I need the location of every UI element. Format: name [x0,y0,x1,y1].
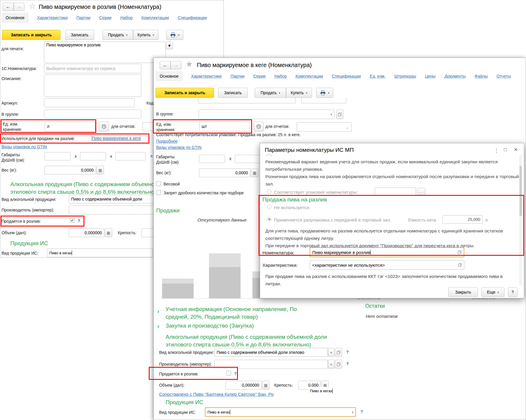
save-button[interactable]: Записать [65,30,94,40]
characteristic-input[interactable]: <характеристики не используются> [310,260,464,270]
alcohol-section-header[interactable]: Алкогольная продукция (Пиво с содержание… [10,180,172,196]
weight-input[interactable]: 0,0000 [45,166,96,175]
matches-pack-ellipsis-button[interactable]: ... [417,188,425,196]
group-combobox[interactable]: ▾ [199,110,334,119]
back-button[interactable]: ← [3,3,14,11]
maximize-icon[interactable]: □ [504,147,507,153]
print-button[interactable]: ▾ [166,30,183,40]
sold-on-tap-checkbox[interactable] [226,371,231,375]
is-type-input[interactable]: Пиво в кегах [47,248,153,257]
weight-calc-button[interactable]: ▦ [251,168,258,177]
nom1c-input[interactable]: Выберите номенклатуру из сервиса [44,64,141,73]
tab-характеристики[interactable]: Характеристики [190,71,222,81]
volume-calc-button[interactable]: ▦ [105,228,112,237]
tab-спецификации[interactable]: Спецификации [177,13,208,23]
by-weight-checkbox[interactable] [156,181,161,186]
tab-комплектации[interactable]: Комплектации [141,13,169,23]
buy-button[interactable]: Купить ▾ [133,30,159,40]
is-type-combobox[interactable]: Пиво в кегах ▾ [205,407,356,417]
scrollbar-thumb[interactable] [520,166,522,216]
help-icon[interactable]: ? [360,409,363,414]
base-unit-input[interactable]: л [45,121,95,131]
print-name-textarea[interactable]: Пиво маркируемое в розлив [44,42,166,63]
for-reports-input[interactable]: ... [297,122,352,132]
help-icon[interactable]: ? [346,350,349,354]
dialog-scrollbar[interactable] [519,155,522,285]
group-input[interactable] [44,110,141,118]
tab-характеристики[interactable]: Характеристики [36,13,68,23]
is-products-section-header[interactable]: Продукция ИС [166,399,203,406]
chevron-right-icon[interactable]: › [157,323,159,329]
alcohol-type-combobox[interactable]: Пиво с содержанием объемной доли этилово [214,348,328,357]
tab-партии[interactable]: Партии [76,13,91,23]
tab-комплектации[interactable]: Комплектации [295,71,324,81]
producer-dropdown-button[interactable]: ▾ [328,360,334,369]
alcohol-type-dropdown-button[interactable]: ▾ [328,348,334,357]
dropdown-icon[interactable]: ▾ [352,411,353,414]
save-and-close-button[interactable]: Записать и закрыть [156,88,214,98]
forward-button[interactable]: → [14,3,24,11]
mapped-nomenclature-link[interactable]: Сопоставлено с Пиво "Балтика Кулер Светл… [159,392,274,397]
tab-ед-изм-[interactable]: Ед. изм. [369,71,386,81]
base-unit-input[interactable]: шт [199,121,250,131]
draft-usage-link[interactable]: Пиво маркируемое в кеге [92,136,141,141]
sold-on-tap-checkbox[interactable] [70,218,75,223]
close-icon[interactable]: × [514,146,517,153]
keg-capacity-input[interactable]: 25,000 [442,215,483,224]
nomenclature-input[interactable]: Пиво маркируемое в розлив [310,247,464,257]
base-unit-history-button[interactable] [254,121,264,131]
weight-input[interactable]: 0,0000 [199,168,250,177]
save-and-close-button[interactable]: Записать и закрыть [2,30,61,40]
tab-основное[interactable]: Основное [1,13,29,23]
dimension-width-input[interactable] [80,152,106,160]
tab-набор[interactable]: Набор [120,13,133,23]
print-name-dropdown-button[interactable]: ▾ [166,42,173,49]
sell-button[interactable]: Продать ▾ [255,88,286,98]
volume-calc-button[interactable]: ▦ [262,381,269,390]
tab-файлы[interactable]: Файлы [474,71,488,81]
close-button[interactable]: Закрыть [448,287,478,297]
forward-button[interactable]: → [171,61,182,69]
volume-input[interactable]: 0,000000 [226,381,262,390]
tab-цены[interactable]: Цены [424,71,436,81]
radio-matches-pack[interactable] [267,189,272,194]
tab-партии[interactable]: Партии [230,71,245,81]
purchase-section-header[interactable]: Закупка и производство (Закупка) [166,323,254,329]
tab-спецификации[interactable]: Спецификации [331,71,362,81]
help-icon[interactable]: ? [78,219,80,223]
accounting-section-header[interactable]: Учетная информация (Основное направление… [166,305,297,321]
ellipsis-button[interactable]: ... [346,125,349,129]
open-in-form-icon[interactable] [458,263,462,267]
tab-отчеты[interactable]: Отчеты [496,71,511,81]
base-unit-history-button[interactable] [99,121,109,131]
alcohol-section-header[interactable]: Алкогольная продукция (Пиво с содержание… [166,333,327,349]
dimension-height-input[interactable] [115,152,146,160]
radio-unpack-transfer[interactable] [267,217,272,222]
print-button[interactable]: ▾ [316,88,333,98]
save-button[interactable]: Записать [218,88,248,98]
producer-combobox[interactable] [214,360,328,369]
dimension-length-input[interactable] [45,152,71,160]
help-button[interactable]: ? [508,287,517,297]
tab-серии[interactable]: Серии [99,13,112,23]
back-button[interactable]: ← [160,61,171,69]
kebab-menu-icon[interactable]: ⋮ [494,147,499,154]
gtin-packs-link[interactable]: Виды упаковок по GTIN [1,144,47,149]
more-link[interactable]: Подробнее [156,139,178,144]
tab-штрихкоды[interactable]: Штрихкоды [394,71,417,81]
more-button[interactable]: Еще ▾ [481,287,504,297]
gtin-packs-link[interactable]: Виды упаковок по GTIN [156,145,202,150]
dropdown-icon[interactable]: ▾ [331,113,332,116]
favorite-star-icon[interactable]: ★ [186,59,193,69]
alcohol-type-open-button[interactable] [335,348,342,357]
help-icon[interactable]: ? [346,362,349,366]
no-fraction-checkbox[interactable] [156,190,161,195]
matches-pack-input[interactable] [375,188,416,196]
open-in-form-icon[interactable] [458,250,462,254]
favorite-star-icon[interactable]: ☆ [29,1,36,11]
dimension-length-input[interactable] [199,155,225,163]
radio-not-used[interactable] [267,205,272,209]
description-textarea[interactable] [44,74,141,97]
tab-документы[interactable]: Документы [444,71,466,81]
tab-набор[interactable]: Набор [274,71,287,81]
